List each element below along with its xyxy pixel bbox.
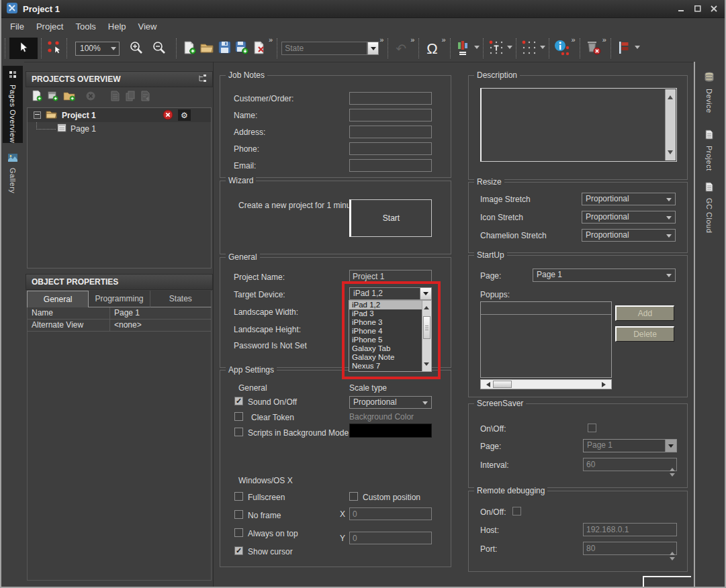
sound-checkbox[interactable]: ✓	[234, 397, 243, 405]
description-textarea[interactable]	[480, 88, 677, 162]
add-folder-button[interactable]	[63, 90, 75, 103]
table-row[interactable]: Alternate View <none>	[27, 320, 212, 332]
vertical-scrollbar[interactable]	[665, 89, 676, 160]
name-input[interactable]	[349, 109, 432, 121]
device-option[interactable]: iPhone 3	[349, 318, 422, 327]
target-device-select[interactable]: iPad 1,2	[349, 287, 432, 300]
zoom-out-button[interactable]	[150, 38, 168, 59]
scripts-background-checkbox[interactable]	[234, 428, 243, 436]
tab-states[interactable]: States	[150, 291, 212, 307]
device-option[interactable]: Nexus 7	[349, 362, 422, 371]
add-popup-button[interactable]: Add	[615, 305, 674, 321]
close-button[interactable]	[708, 4, 719, 14]
grid-menu-button[interactable]	[520, 38, 538, 59]
tree-row-page[interactable]: Page 1	[28, 122, 211, 135]
align-menu-button[interactable]	[455, 38, 472, 59]
scroll-down-icon[interactable]	[668, 150, 673, 157]
undo-button[interactable]: ↶	[392, 38, 410, 59]
property-value[interactable]: Page 1	[109, 307, 211, 319]
property-value[interactable]: <none>	[109, 320, 211, 331]
state-dropdown-button[interactable]	[367, 42, 379, 55]
delete-project-button[interactable]	[163, 109, 173, 122]
address-input[interactable]	[349, 126, 432, 138]
background-color-swatch[interactable]	[349, 424, 432, 438]
save-all-button[interactable]	[233, 38, 251, 59]
scroll-up-icon[interactable]	[424, 303, 429, 309]
popups-list[interactable]	[480, 301, 612, 378]
spin-down-icon[interactable]	[670, 473, 675, 479]
customer-order-input[interactable]	[349, 92, 432, 105]
multi-select-tool-button[interactable]	[46, 38, 63, 59]
menu-help[interactable]: Help	[102, 19, 132, 34]
project-name-input[interactable]	[349, 270, 432, 283]
scroll-thumb[interactable]	[423, 316, 430, 339]
text-grid-menu-button[interactable]	[488, 38, 505, 59]
email-input[interactable]	[349, 159, 432, 172]
copy-page-button-disabled[interactable]	[125, 91, 136, 103]
host-input[interactable]	[583, 523, 677, 536]
device-option[interactable]: iPhone 5	[349, 336, 422, 344]
start-button[interactable]: Start	[349, 199, 432, 237]
overflow-icon[interactable]: »	[441, 36, 445, 44]
remote-onoff-checkbox[interactable]	[512, 507, 521, 516]
new-project-button[interactable]	[181, 38, 198, 59]
always-on-top-checkbox[interactable]	[234, 528, 243, 537]
sidebar-tab-gallery[interactable]: Gallery	[3, 149, 23, 203]
partial-button[interactable]	[643, 576, 691, 587]
state-select[interactable]	[281, 42, 367, 55]
interval-spinner[interactable]	[668, 458, 676, 486]
clear-token-checkbox[interactable]	[234, 412, 243, 421]
scale-type-select[interactable]: Proportional	[349, 396, 432, 409]
info-button[interactable]	[553, 38, 571, 59]
tab-general[interactable]: General	[27, 291, 89, 307]
popups-list-row[interactable]	[481, 302, 611, 315]
table-row[interactable]: Name Page 1	[27, 307, 212, 320]
screensaver-onoff-checkbox[interactable]	[588, 424, 596, 432]
port-input[interactable]	[583, 542, 677, 555]
device-option[interactable]: Galaxy Note	[349, 353, 422, 362]
add-popup-button[interactable]	[47, 90, 58, 103]
delete-popup-button[interactable]: Delete	[615, 326, 674, 342]
save-button[interactable]	[216, 38, 233, 59]
minimize-button[interactable]	[676, 4, 687, 14]
add-page-button[interactable]	[31, 90, 42, 103]
dropdown-button[interactable]	[420, 288, 431, 299]
sidebar-tab-gc-cloud[interactable]: GC Cloud	[699, 177, 719, 235]
scroll-right-icon[interactable]	[602, 382, 608, 387]
tree-options-icon[interactable]	[197, 74, 207, 85]
overflow-icon[interactable]: »	[379, 36, 383, 44]
sidebar-tab-device[interactable]: Device	[699, 67, 719, 121]
sidebar-tab-project[interactable]: Project	[699, 125, 719, 175]
menu-file[interactable]: File	[4, 19, 30, 34]
maximize-button[interactable]	[692, 4, 703, 14]
scroll-left-icon[interactable]	[484, 382, 490, 387]
spin-down-icon[interactable]	[670, 557, 675, 563]
device-option[interactable]: Galaxy Tab	[349, 344, 422, 353]
delete-menu-button[interactable]	[584, 38, 602, 59]
x-input[interactable]	[349, 507, 432, 520]
chamelion-stretch-select[interactable]: Proportional	[582, 229, 676, 242]
dropdown-scrollbar[interactable]	[422, 301, 431, 371]
open-project-button[interactable]	[198, 38, 216, 59]
device-option[interactable]: iPhone 4	[349, 327, 422, 336]
screensaver-page-select[interactable]: Page 1	[583, 439, 677, 452]
fullscreen-checkbox[interactable]	[234, 492, 243, 501]
menu-project[interactable]: Project	[30, 19, 69, 34]
scroll-up-icon[interactable]	[668, 93, 673, 99]
show-cursor-checkbox[interactable]: ✓	[234, 546, 243, 555]
overflow-icon[interactable]: »	[602, 36, 606, 44]
interval-input[interactable]	[583, 458, 677, 471]
scroll-thumb[interactable]	[493, 381, 512, 388]
scroll-down-icon[interactable]	[424, 362, 429, 369]
tab-programming[interactable]: Programming	[89, 291, 150, 307]
horizontal-scrollbar[interactable]	[480, 379, 612, 389]
chevron-down-icon[interactable]	[474, 46, 480, 52]
phone-input[interactable]	[349, 142, 432, 155]
overflow-icon[interactable]: »	[410, 36, 414, 44]
chevron-down-icon[interactable]	[540, 46, 545, 52]
project-settings-button[interactable]: ⚙	[178, 109, 191, 121]
device-option[interactable]: iPad 1,2	[349, 301, 422, 309]
delete-item-button-disabled[interactable]	[85, 91, 96, 103]
sidebar-tab-pages-overview[interactable]: Pages Overview	[3, 66, 23, 143]
custom-position-checkbox[interactable]	[349, 492, 358, 501]
